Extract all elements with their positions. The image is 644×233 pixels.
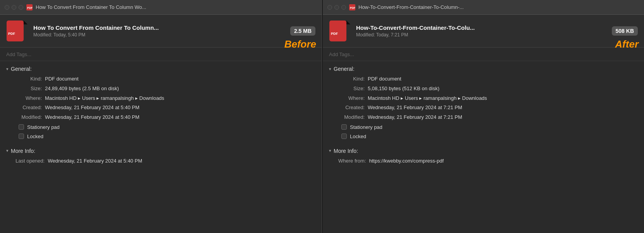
svg-rect-2 bbox=[7, 21, 24, 41]
more-info-label-right: More Info: bbox=[334, 148, 358, 154]
created-row-right: Created: Wednesday, 21 February 2024 at … bbox=[323, 103, 644, 113]
svg-text:PDF: PDF bbox=[27, 7, 33, 9]
where-label-right: Where: bbox=[338, 94, 365, 103]
svg-text:PDF: PDF bbox=[8, 32, 15, 36]
window-title-right: How-To-Convert-From-Container-To-Column-… bbox=[358, 4, 639, 10]
before-label: Before bbox=[284, 38, 316, 50]
kind-value-right: PDF document bbox=[368, 75, 638, 83]
locked-label-left: Locked bbox=[27, 134, 43, 139]
where-from-value-right: https://kwebby.com/compress-pdf bbox=[369, 157, 638, 165]
file-icon-right: PDF bbox=[329, 20, 351, 42]
tags-bar-left[interactable]: Add Tags... bbox=[0, 48, 322, 61]
svg-text:PDF: PDF bbox=[350, 7, 355, 9]
file-info-left: How To Convert From Container To Column.… bbox=[33, 24, 285, 38]
maximize-button-left[interactable] bbox=[19, 5, 23, 10]
left-panel: PDF How To Convert From Container To Col… bbox=[0, 0, 322, 233]
file-header-right: PDF How-To-Convert-From-Container-To-Col… bbox=[323, 15, 644, 48]
size-label-left: Size: bbox=[15, 85, 42, 93]
where-label-left: Where: bbox=[15, 94, 42, 103]
created-label-right: Created: bbox=[338, 104, 365, 112]
created-value-right: Wednesday, 21 February 2024 at 7:21 PM bbox=[368, 104, 638, 112]
modified-value-left: Wednesday, 21 February 2024 at 5:40 PM bbox=[45, 113, 315, 122]
minimize-button-right[interactable] bbox=[334, 5, 339, 10]
modified-value-right: Wednesday, 21 February 2024 at 7:21 PM bbox=[368, 113, 638, 122]
tags-placeholder-left: Add Tags... bbox=[6, 51, 31, 57]
last-opened-row-left: Last opened: Wednesday, 21 February 2024… bbox=[0, 156, 322, 166]
kind-label-right: Kind: bbox=[338, 75, 365, 83]
tags-placeholder-right: Add Tags... bbox=[329, 51, 354, 57]
created-value-left: Wednesday, 21 February 2024 at 5:40 PM bbox=[45, 104, 315, 112]
file-size-badge-left: 2.5 MB bbox=[290, 26, 315, 36]
file-modified-left: Modified: Today, 5:40 PM bbox=[33, 32, 285, 38]
kind-value-left: PDF document bbox=[45, 75, 315, 83]
more-info-section-right: ▾ More Info: Where from: https://kwebby.… bbox=[323, 143, 644, 168]
created-row-left: Created: Wednesday, 21 February 2024 at … bbox=[0, 103, 322, 113]
general-header-left[interactable]: ▾ General: bbox=[0, 62, 322, 74]
kind-label-left: Kind: bbox=[15, 75, 42, 83]
title-bar-right: PDF How-To-Convert-From-Container-To-Col… bbox=[323, 0, 644, 15]
window-title-left: How To Convert From Container To Column … bbox=[36, 4, 317, 10]
svg-rect-8 bbox=[329, 21, 346, 41]
svg-marker-10 bbox=[346, 21, 350, 24]
size-value-right: 5,08,150 bytes (512 KB on disk) bbox=[368, 85, 638, 93]
stationery-pad-label-right: Stationery pad bbox=[350, 124, 382, 130]
stationery-pad-checkbox-right[interactable] bbox=[341, 124, 347, 130]
chevron-general-left: ▾ bbox=[6, 67, 9, 72]
more-info-header-left[interactable]: ▾ More Info: bbox=[0, 144, 322, 156]
pdf-title-icon-left: PDF bbox=[26, 4, 33, 10]
size-row-left: Size: 24,89,409 bytes (2.5 MB on disk) bbox=[0, 84, 322, 94]
locked-checkbox-left[interactable] bbox=[19, 134, 24, 139]
general-label-left: General: bbox=[11, 66, 32, 72]
modified-label-right: Modified: bbox=[338, 113, 365, 122]
more-info-label-left: More Info: bbox=[11, 148, 35, 154]
size-label-right: Size: bbox=[338, 85, 365, 93]
tags-bar-right[interactable]: Add Tags... bbox=[323, 48, 644, 61]
title-bar-left: PDF How To Convert From Container To Col… bbox=[0, 0, 322, 15]
close-button-right[interactable] bbox=[327, 5, 332, 10]
kind-row-right: Kind: PDF document bbox=[323, 74, 644, 84]
svg-marker-4 bbox=[24, 21, 28, 24]
file-icon-left: PDF bbox=[6, 20, 28, 42]
size-row-right: Size: 5,08,150 bytes (512 KB on disk) bbox=[323, 84, 644, 94]
modified-row-right: Modified: Wednesday, 21 February 2024 at… bbox=[323, 113, 644, 122]
locked-row-left[interactable]: Locked bbox=[0, 132, 322, 141]
file-header-left: PDF How To Convert From Container To Col… bbox=[0, 15, 322, 48]
last-opened-value-left: Wednesday, 21 February 2024 at 5:40 PM bbox=[48, 157, 315, 165]
pdf-icon-right: PDF bbox=[329, 20, 350, 42]
pdf-title-icon-right: PDF bbox=[349, 4, 355, 10]
file-modified-right: Modified: Today, 7:21 PM bbox=[356, 32, 606, 38]
file-size-badge-right: 508 KB bbox=[612, 26, 638, 36]
maximize-button-right[interactable] bbox=[341, 5, 346, 10]
general-section-left: ▾ General: Kind: PDF document Size: 24,8… bbox=[0, 61, 322, 143]
svg-text:PDF: PDF bbox=[331, 32, 338, 36]
file-name-left: How To Convert From Container To Column.… bbox=[33, 24, 219, 31]
traffic-lights-left bbox=[5, 5, 23, 10]
general-section-right: ▾ General: Kind: PDF document Size: 5,08… bbox=[323, 61, 644, 143]
modified-row-left: Modified: Wednesday, 21 February 2024 at… bbox=[0, 113, 322, 122]
where-row-left: Where: Macintosh HD ▸ Users ▸ ramanpalsi… bbox=[0, 94, 322, 103]
stationery-pad-label-left: Stationery pad bbox=[27, 124, 60, 130]
locked-label-right: Locked bbox=[350, 134, 366, 139]
pdf-icon-left: PDF bbox=[7, 20, 28, 42]
close-button-left[interactable] bbox=[5, 5, 9, 10]
where-from-label-right: Where from: bbox=[338, 157, 366, 165]
more-info-section-left: ▾ More Info: Last opened: Wednesday, 21 … bbox=[0, 143, 322, 168]
stationery-pad-checkbox-left[interactable] bbox=[19, 124, 24, 130]
locked-checkbox-right[interactable] bbox=[341, 134, 347, 139]
locked-row-right[interactable]: Locked bbox=[323, 132, 644, 141]
after-label: After bbox=[615, 38, 639, 50]
where-from-row-right: Where from: https://kwebby.com/compress-… bbox=[323, 156, 644, 166]
stationery-pad-row-left[interactable]: Stationery pad bbox=[0, 122, 322, 132]
right-panel: PDF How-To-Convert-From-Container-To-Col… bbox=[322, 0, 644, 233]
size-value-left: 24,89,409 bytes (2.5 MB on disk) bbox=[45, 85, 315, 93]
kind-row-left: Kind: PDF document bbox=[0, 74, 322, 84]
general-label-right: General: bbox=[334, 66, 355, 72]
where-value-left: Macintosh HD ▸ Users ▸ ramanpalsingh ▸ D… bbox=[45, 94, 315, 103]
minimize-button-left[interactable] bbox=[12, 5, 16, 10]
chevron-general-right: ▾ bbox=[329, 67, 331, 72]
stationery-pad-row-right[interactable]: Stationery pad bbox=[323, 122, 644, 132]
general-header-right[interactable]: ▾ General: bbox=[323, 62, 644, 74]
file-info-right: How-To-Convert-From-Container-To-Colu...… bbox=[356, 24, 606, 38]
more-info-header-right[interactable]: ▾ More Info: bbox=[323, 144, 644, 156]
last-opened-label-left: Last opened: bbox=[15, 157, 45, 165]
